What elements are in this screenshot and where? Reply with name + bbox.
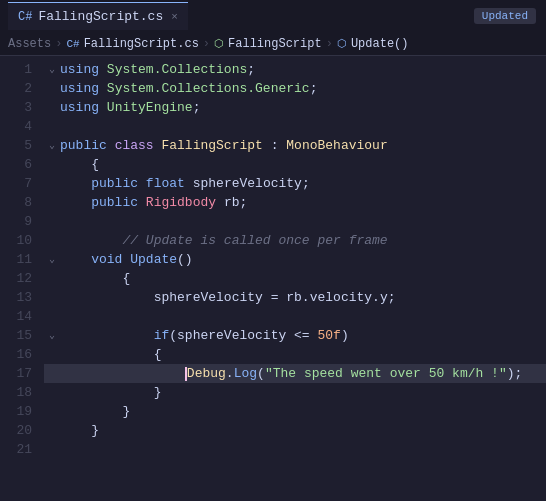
tab-close-button[interactable]: × bbox=[171, 11, 178, 23]
breadcrumb-sep1: › bbox=[55, 37, 62, 51]
code-line-17: Debug.Log("The speed went over 50 km/h !… bbox=[44, 364, 546, 383]
fold-15[interactable] bbox=[44, 326, 60, 345]
breadcrumb-sep3: › bbox=[326, 37, 333, 51]
code-line-13: sphereVelocity = rb.velocity.y; bbox=[44, 288, 546, 307]
tab-fallingscript[interactable]: C# FallingScript.cs × bbox=[8, 2, 188, 30]
code-line-2: using System.Collections.Generic; bbox=[44, 79, 546, 98]
breadcrumb-file[interactable]: FallingScript.cs bbox=[84, 37, 199, 51]
code-area: 1 2 3 4 5 6 7 8 9 10 11 12 13 14 15 16 1… bbox=[0, 56, 546, 501]
breadcrumb-assets[interactable]: Assets bbox=[8, 37, 51, 51]
updated-badge: Updated bbox=[474, 8, 536, 24]
code-line-20: } bbox=[44, 421, 546, 440]
code-editor[interactable]: using System.Collections; using System.C… bbox=[40, 56, 546, 501]
code-line-21 bbox=[44, 440, 546, 459]
code-line-1: using System.Collections; bbox=[44, 60, 546, 79]
breadcrumb-bar: Assets › C# FallingScript.cs › ⬡ Falling… bbox=[0, 32, 546, 56]
code-line-6: { bbox=[44, 155, 546, 174]
code-line-9 bbox=[44, 212, 546, 231]
method-icon: ⬡ bbox=[337, 37, 347, 50]
breadcrumb-method[interactable]: Update() bbox=[351, 37, 409, 51]
class-icon: ⬡ bbox=[214, 37, 224, 50]
code-line-3: using UnityEngine; bbox=[44, 98, 546, 117]
breadcrumb-class[interactable]: FallingScript bbox=[228, 37, 322, 51]
code-line-4 bbox=[44, 117, 546, 136]
code-line-7: public float sphereVelocity; bbox=[44, 174, 546, 193]
cs-file-icon: C# bbox=[18, 10, 32, 24]
code-line-19: } bbox=[44, 402, 546, 421]
fold-11[interactable] bbox=[44, 250, 60, 269]
breadcrumb-sep2: › bbox=[203, 37, 210, 51]
fold-5[interactable] bbox=[44, 136, 60, 155]
code-line-5: public class FallingScript : MonoBehavio… bbox=[44, 136, 546, 155]
code-line-12: { bbox=[44, 269, 546, 288]
code-line-14 bbox=[44, 307, 546, 326]
code-line-18: } bbox=[44, 383, 546, 402]
code-line-8: public Rigidbody rb; bbox=[44, 193, 546, 212]
tab-label: FallingScript.cs bbox=[38, 9, 163, 24]
line-numbers: 1 2 3 4 5 6 7 8 9 10 11 12 13 14 15 16 1… bbox=[0, 56, 40, 501]
fold-1[interactable] bbox=[44, 60, 60, 79]
code-line-11: void Update() bbox=[44, 250, 546, 269]
code-line-16: { bbox=[44, 345, 546, 364]
cs-icon: C# bbox=[66, 38, 79, 50]
code-line-15: if(sphereVelocity <= 50f) bbox=[44, 326, 546, 345]
code-line-10: // Update is called once per frame bbox=[44, 231, 546, 250]
title-bar: C# FallingScript.cs × bbox=[0, 0, 546, 32]
